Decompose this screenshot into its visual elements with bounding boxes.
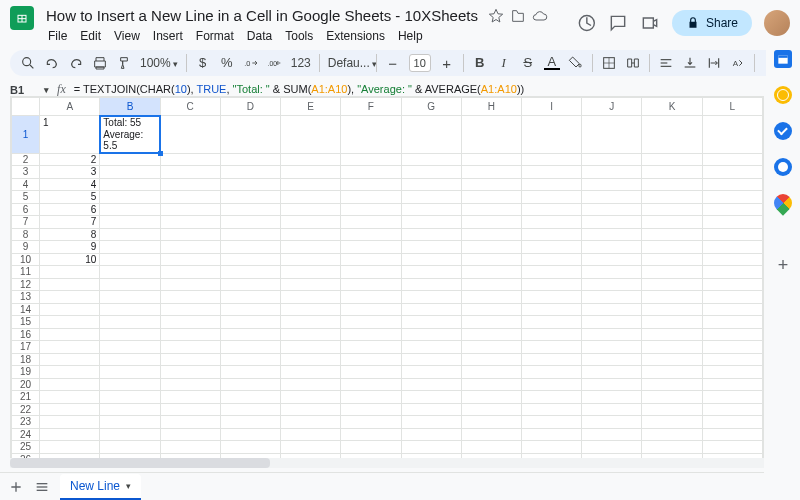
- cell-B2[interactable]: [100, 153, 160, 166]
- cell-K7[interactable]: [642, 216, 702, 229]
- cell-E14[interactable]: [281, 303, 341, 316]
- share-button[interactable]: Share: [672, 10, 752, 36]
- cell-K16[interactable]: [642, 328, 702, 341]
- cell-H5[interactable]: [461, 191, 521, 204]
- cell-G14[interactable]: [401, 303, 461, 316]
- cell-C4[interactable]: [160, 178, 220, 191]
- cell-F9[interactable]: [341, 241, 401, 254]
- cell-H24[interactable]: [461, 428, 521, 441]
- cell-K19[interactable]: [642, 366, 702, 379]
- cell-J22[interactable]: [582, 403, 642, 416]
- cell-E21[interactable]: [281, 391, 341, 404]
- print-icon[interactable]: [92, 55, 108, 71]
- cell-D13[interactable]: [220, 291, 280, 304]
- keep-icon[interactable]: [774, 86, 792, 104]
- cell-H7[interactable]: [461, 216, 521, 229]
- account-avatar[interactable]: [764, 10, 790, 36]
- decrease-decimal-icon[interactable]: .0: [243, 55, 259, 71]
- cell-J12[interactable]: [582, 278, 642, 291]
- cell-H12[interactable]: [461, 278, 521, 291]
- cell-L24[interactable]: [702, 428, 762, 441]
- row-header-14[interactable]: 14: [12, 303, 40, 316]
- cell-B6[interactable]: [100, 203, 160, 216]
- cell-F21[interactable]: [341, 391, 401, 404]
- cell-C9[interactable]: [160, 241, 220, 254]
- cell-A7[interactable]: 7: [40, 216, 100, 229]
- cell-J21[interactable]: [582, 391, 642, 404]
- cell-B12[interactable]: [100, 278, 160, 291]
- cell-B24[interactable]: [100, 428, 160, 441]
- cell-E7[interactable]: [281, 216, 341, 229]
- cell-H3[interactable]: [461, 166, 521, 179]
- col-header-B[interactable]: B: [100, 98, 160, 116]
- cell-J3[interactable]: [582, 166, 642, 179]
- add-sheet-icon[interactable]: [8, 479, 24, 495]
- cell-J18[interactable]: [582, 353, 642, 366]
- cell-E15[interactable]: [281, 316, 341, 329]
- cell-I17[interactable]: [521, 341, 581, 354]
- cell-A15[interactable]: [40, 316, 100, 329]
- cell-G7[interactable]: [401, 216, 461, 229]
- cell-G21[interactable]: [401, 391, 461, 404]
- cell-C13[interactable]: [160, 291, 220, 304]
- row-header-20[interactable]: 20: [12, 378, 40, 391]
- cell-L23[interactable]: [702, 416, 762, 429]
- cell-D25[interactable]: [220, 441, 280, 454]
- cell-K14[interactable]: [642, 303, 702, 316]
- text-color-icon[interactable]: A: [544, 56, 560, 70]
- cell-I5[interactable]: [521, 191, 581, 204]
- cell-I8[interactable]: [521, 228, 581, 241]
- cell-E16[interactable]: [281, 328, 341, 341]
- cell-F22[interactable]: [341, 403, 401, 416]
- row-header-19[interactable]: 19: [12, 366, 40, 379]
- col-header-G[interactable]: G: [401, 98, 461, 116]
- fill-color-icon[interactable]: [568, 55, 584, 71]
- cell-J5[interactable]: [582, 191, 642, 204]
- cell-D9[interactable]: [220, 241, 280, 254]
- cell-K15[interactable]: [642, 316, 702, 329]
- cell-H1[interactable]: [461, 116, 521, 154]
- cell-G10[interactable]: [401, 253, 461, 266]
- cell-G1[interactable]: [401, 116, 461, 154]
- cell-J4[interactable]: [582, 178, 642, 191]
- cell-L18[interactable]: [702, 353, 762, 366]
- h-align-icon[interactable]: [658, 55, 674, 71]
- cell-J15[interactable]: [582, 316, 642, 329]
- cell-C19[interactable]: [160, 366, 220, 379]
- cell-G3[interactable]: [401, 166, 461, 179]
- cell-A17[interactable]: [40, 341, 100, 354]
- cell-J16[interactable]: [582, 328, 642, 341]
- cell-G24[interactable]: [401, 428, 461, 441]
- get-addons-icon[interactable]: +: [778, 256, 789, 274]
- cell-B5[interactable]: [100, 191, 160, 204]
- menu-file[interactable]: File: [42, 26, 73, 46]
- cell-L21[interactable]: [702, 391, 762, 404]
- cell-J17[interactable]: [582, 341, 642, 354]
- cell-L1[interactable]: [702, 116, 762, 154]
- cell-D22[interactable]: [220, 403, 280, 416]
- currency-icon[interactable]: $: [195, 55, 211, 71]
- cell-D1[interactable]: [220, 116, 280, 154]
- cell-C12[interactable]: [160, 278, 220, 291]
- col-header-K[interactable]: K: [642, 98, 702, 116]
- cell-I18[interactable]: [521, 353, 581, 366]
- cell-D18[interactable]: [220, 353, 280, 366]
- wrap-icon[interactable]: [706, 55, 722, 71]
- cell-I12[interactable]: [521, 278, 581, 291]
- cell-E9[interactable]: [281, 241, 341, 254]
- cell-A20[interactable]: [40, 378, 100, 391]
- cell-H2[interactable]: [461, 153, 521, 166]
- decrease-font-icon[interactable]: −: [385, 55, 401, 71]
- menu-tools[interactable]: Tools: [279, 26, 319, 46]
- row-header-9[interactable]: 9: [12, 241, 40, 254]
- cell-L12[interactable]: [702, 278, 762, 291]
- cell-E10[interactable]: [281, 253, 341, 266]
- cell-H20[interactable]: [461, 378, 521, 391]
- cell-K20[interactable]: [642, 378, 702, 391]
- cell-H25[interactable]: [461, 441, 521, 454]
- cell-I24[interactable]: [521, 428, 581, 441]
- cell-F23[interactable]: [341, 416, 401, 429]
- cell-L25[interactable]: [702, 441, 762, 454]
- cell-L22[interactable]: [702, 403, 762, 416]
- cell-B22[interactable]: [100, 403, 160, 416]
